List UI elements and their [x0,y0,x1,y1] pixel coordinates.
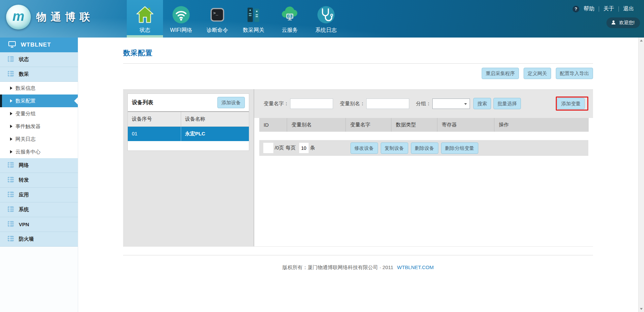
grid-icon [7,176,14,184]
sidebar-item-label: 状态 [19,56,29,63]
welcome-text: 欢迎您! [619,20,635,26]
sidebar-item-label: 云服务中心 [15,149,41,155]
delete-device-button[interactable]: 删除设备 [411,142,438,154]
column-data-type: 数据类型 [391,118,437,132]
define-gateway-button[interactable]: 定义网关 [524,68,551,79]
add-variable-button[interactable]: 添加变量 [557,98,585,109]
divider [123,63,593,64]
tab-cloud-service[interactable]: 云服务 [272,0,308,38]
sidebar-item-data-collection[interactable]: 数采 [0,67,78,82]
sidebar-item-data-config[interactable]: 数采配置 [0,95,78,107]
grid-icon [7,191,14,199]
column-operation: 操作 [494,118,589,132]
content-container: 设备列表 添加设备 设备序号 设备名称 01 永宏PLC [123,89,593,247]
sidebar-item-gateway-log[interactable]: 网关日志 [0,133,78,145]
sidebar-item-label: 数采配置 [15,98,36,104]
add-device-button[interactable]: 添加设备 [217,97,245,108]
gateway-icon [245,4,263,25]
tab-system-log[interactable]: 系统日志 [308,0,344,38]
batch-select-button[interactable]: 批量选择 [493,98,521,109]
variable-filter-bar: 变量名字： 变量别名： 分组： 搜索 批量选择 添加变量 [254,89,593,118]
device-row-selected[interactable]: 01 永宏PLC [128,127,249,141]
sidebar-item-cloud-center[interactable]: 云服务中心 [0,145,78,158]
group-label: 分组： [416,101,431,107]
sidebar-item-variable-group[interactable]: 变量分组 [0,107,78,120]
sidebar-item-network[interactable]: 网络 [0,158,78,173]
cloud-icon [280,4,299,25]
tab-data-gateway[interactable]: 数采网关 [235,0,272,38]
scroll-down-icon[interactable] [640,308,643,310]
divider [619,6,619,12]
variable-table-header: ID 变量别名 变量名字 数据类型 寄存器 操作 [259,118,589,132]
stethoscope-icon [317,4,335,25]
grid-icon [7,220,14,229]
device-card-header: 设备列表 添加设备 [128,94,249,112]
variable-alias-label: 变量别名： [340,101,365,107]
variable-name-input[interactable] [290,99,333,109]
modify-device-button[interactable]: 修改设备 [351,142,378,154]
unit-label: 条 [310,145,315,151]
home-icon [135,4,155,25]
column-register: 寄存器 [437,118,494,132]
variable-alias-input[interactable] [366,99,409,109]
grid-icon [7,55,14,64]
svg-text:>_: >_ [213,11,218,15]
column-variable-alias: 变量别名 [287,118,345,132]
sidebar-item-event-trigger[interactable]: 事件触发器 [0,120,78,133]
config-import-export-button[interactable]: 配置导入导出 [556,68,593,79]
sidebar-item-firewall[interactable]: 防火墙 [0,232,78,247]
sidebar-item-data-info[interactable]: 数采信息 [0,82,78,95]
sidebar-item-label: 防火墙 [19,236,34,242]
column-variable-name: 变量名字 [345,118,391,132]
tab-wifi-network[interactable]: WIFI网络 [163,0,199,38]
grid-icon [7,205,14,214]
divider [599,6,599,12]
vertical-scrollbar[interactable] [638,38,644,312]
per-page-label: 每页 [286,145,296,151]
main-nav: 状态 WIFI网络 >_ 诊断命令 数采网关 云服务 [127,0,344,38]
caret-right-icon [10,112,12,115]
sidebar: WTBLNET 状态 数采 数采信息 数采配置 变量分组 事件触发器 网关日志 … [0,38,78,312]
help-link[interactable]: 帮助 [584,5,594,12]
about-link[interactable]: 关于 [603,5,614,12]
sidebar-item-vpn[interactable]: VPN [0,217,78,232]
sidebar-item-status[interactable]: 状态 [0,52,78,67]
tab-label: 系统日志 [315,27,337,34]
tab-label: 数采网关 [243,27,264,34]
caret-right-icon [10,86,12,90]
help-icon: ? [573,6,579,12]
sidebar-item-label: 网关日志 [15,136,36,142]
grid-icon [7,70,14,78]
search-button[interactable]: 搜索 [473,98,491,109]
delete-group-variable-button[interactable]: 删除分组变量 [441,142,478,154]
variable-name-label: 变量名字： [264,101,289,107]
page-number-input[interactable] [263,143,273,153]
sidebar-item-label: 事件触发器 [15,123,41,130]
tab-diagnostic-command[interactable]: >_ 诊断命令 [199,0,235,38]
sidebar-item-system[interactable]: 系统 [0,202,78,217]
wifi-icon [172,4,191,25]
grid-icon [7,235,14,243]
tab-status[interactable]: 状态 [127,0,163,38]
page-count-text: /0页 [275,145,284,151]
restart-collector-button[interactable]: 重启采集程序 [482,68,519,79]
logout-link[interactable]: 退出 [623,5,634,12]
main-content: 数采配置 重启采集程序 定义网关 配置导入导出 设备列表 添加设备 设备序号 设… [78,38,638,312]
sidebar-item-application[interactable]: 应用 [0,188,78,202]
user-icon [611,20,616,26]
wtblnet-link[interactable]: WTBLNET.COM [397,264,434,270]
terminal-icon: >_ [208,4,226,25]
copy-device-button[interactable]: 复制设备 [381,142,408,154]
device-list-title: 设备列表 [132,99,153,106]
sidebar-item-label: 网络 [19,162,29,169]
logo-icon: m [6,5,31,29]
logo-mark: m [12,9,24,23]
scroll-up-icon[interactable] [640,40,643,42]
caret-right-icon [10,150,12,153]
sidebar-item-forwarding[interactable]: 转发 [0,173,78,188]
group-select[interactable] [432,99,470,109]
device-card: 设备列表 添加设备 设备序号 设备名称 01 永宏PLC [127,93,249,151]
per-page-input[interactable] [299,143,309,153]
sidebar-title: WTBLNET [21,42,51,48]
highlight-box: 添加变量 [556,97,588,111]
